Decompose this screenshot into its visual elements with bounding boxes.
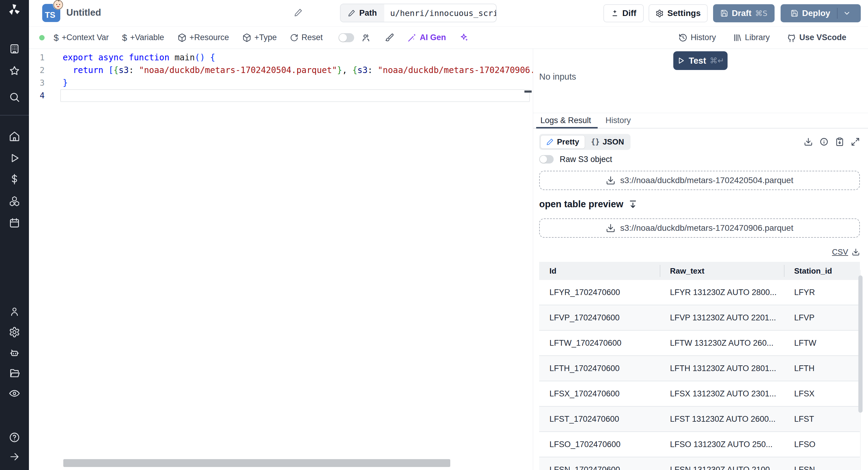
download-icon[interactable] [852, 248, 860, 256]
csv-download-link[interactable]: CSV [832, 247, 848, 257]
table-cell: LFVP [784, 313, 860, 322]
home-icon [9, 130, 20, 142]
multiplayer-users-icon[interactable] [361, 33, 371, 42]
typescript-badge-label: TS [45, 10, 56, 20]
sidebar-item-search[interactable] [8, 90, 21, 104]
ai-gen-button[interactable]: AI Gen [407, 33, 446, 42]
table-row: LFYR_1702470600LFYR 131230Z AUTO 2800...… [539, 280, 860, 305]
table-cell: LFTW 131230Z AUTO 260... [660, 339, 784, 348]
column-header-raw-text[interactable]: Raw_text [660, 266, 784, 276]
arrow-down-from-line-icon [628, 199, 638, 209]
sidebar-item-resources[interactable] [8, 195, 21, 208]
sidebar-item-help[interactable] [8, 431, 21, 444]
vscode-cat-icon [786, 33, 796, 42]
sidebar-item-audit-logs[interactable] [8, 387, 21, 400]
pretty-view-button[interactable]: Pretty [540, 135, 585, 149]
sidebar-item-variables[interactable] [8, 173, 21, 186]
star-icon [9, 65, 20, 77]
draft-button[interactable]: Draft ⌘S [713, 4, 775, 22]
result-body: Pretty {} JSON [539, 134, 860, 470]
sidebar-item-workers[interactable] [8, 346, 21, 360]
run-result-panel: Test ⌘↵ No inputs Logs & Result History … [533, 49, 868, 470]
path-label: Path [359, 8, 377, 18]
line-number: 4 [29, 89, 47, 102]
dollar-icon [9, 173, 20, 185]
sidebar-item-favorites[interactable] [8, 64, 21, 78]
gear-icon [655, 9, 664, 18]
sidebar-item-runs[interactable] [8, 151, 21, 165]
brush-icon [384, 33, 394, 42]
add-context-var-button[interactable]: $ +Context Var [54, 33, 109, 43]
add-variable-button[interactable]: $ +Variable [122, 33, 164, 43]
table-cell: LFTW_1702470600 [539, 339, 660, 348]
tab-logs-result[interactable]: Logs & Result [533, 113, 598, 128]
table-cell: LFVP 131230Z AUTO 2201... [660, 313, 784, 322]
clipboard-icon [835, 137, 844, 146]
copy-result-button[interactable] [835, 137, 844, 146]
windmill-logo[interactable] [8, 3, 21, 16]
sidebar [0, 0, 29, 470]
add-type-button[interactable]: +Type [242, 33, 277, 42]
history-button[interactable]: History [678, 33, 716, 42]
diff-button[interactable]: Diff [603, 4, 644, 22]
pen-icon [546, 138, 554, 146]
sidebar-item-home[interactable] [8, 130, 21, 143]
add-resource-button[interactable]: +Resource [178, 33, 229, 42]
json-view-button[interactable]: {} JSON [586, 136, 629, 148]
arrow-right-icon [9, 451, 20, 462]
table-cell: LFSN_1702470600 [539, 465, 660, 470]
test-button[interactable]: Test ⌘↵ [673, 51, 727, 70]
table-header: Id Raw_text Station_id [539, 262, 860, 280]
settings-button-label: Settings [667, 8, 701, 18]
table-cell: LFVP_1702470600 [539, 313, 660, 322]
table-row: LFST_1702470600LFST 131230Z AUTO 2600...… [539, 407, 860, 432]
table-cell: LFTH_1702470600 [539, 364, 660, 373]
table-row: LFSO_1702470600LFSO 131230Z AUTO 250...L… [539, 432, 860, 457]
result-table: Id Raw_text Station_id LFYR_1702470600LF… [539, 262, 860, 470]
raw-s3-toggle[interactable] [539, 155, 554, 164]
sidebar-item-schedules[interactable] [8, 216, 21, 230]
add-context-var-label: +Context Var [62, 33, 109, 42]
result-tabs: Logs & Result History [533, 113, 868, 128]
format-code-button[interactable] [384, 33, 394, 42]
path-input[interactable]: Path u/henri/innocuous_script [340, 4, 497, 22]
path-value[interactable]: u/henri/innocuous_script [384, 4, 497, 22]
result-info-button[interactable] [819, 137, 829, 146]
overview-ruler-cursor-mark [524, 90, 532, 93]
sidebar-item-workspace[interactable] [8, 42, 21, 56]
pretty-view-label: Pretty [557, 137, 579, 147]
sidebar-expand[interactable] [8, 450, 21, 463]
help-icon [9, 432, 20, 443]
s3-file-download-2[interactable]: s3://noaa/duckdb/metars-1702470906.parqu… [539, 218, 860, 238]
library-button[interactable]: Library [733, 33, 770, 42]
code-editor[interactable]: 1234 export async function main() { retu… [29, 49, 533, 470]
panel-scrollbar-thumb[interactable] [858, 275, 863, 413]
reset-button[interactable]: Reset [290, 33, 323, 42]
sidebar-item-users[interactable] [8, 305, 21, 318]
expand-result-button[interactable] [851, 137, 860, 146]
ai-sparkles-button[interactable] [459, 33, 469, 42]
download-icon [606, 176, 615, 185]
sidebar-item-settings[interactable] [8, 325, 21, 339]
deploy-button[interactable]: Deploy [781, 4, 861, 22]
column-header-station-id[interactable]: Station_id [784, 266, 860, 276]
settings-button[interactable]: Settings [649, 4, 708, 22]
multiplayer-toggle[interactable] [338, 33, 354, 42]
tab-logs-result-label: Logs & Result [540, 116, 591, 125]
deploy-split-divider [837, 8, 838, 19]
view-mode-segmented-control: Pretty {} JSON [539, 134, 630, 150]
history-icon [678, 33, 687, 42]
chevron-down-icon[interactable] [843, 9, 851, 17]
table-row: LFVP_1702470600LFVP 131230Z AUTO 2201...… [539, 305, 860, 331]
edit-title-pencil-icon[interactable] [294, 8, 303, 17]
tab-history[interactable]: History [598, 113, 638, 128]
use-vscode-button[interactable]: Use VScode [786, 33, 846, 42]
s3-file-download-1[interactable]: s3://noaa/duckdb/metars-1702420504.parqu… [539, 171, 860, 190]
code-line: export async function main() { [63, 51, 533, 64]
column-header-id[interactable]: Id [539, 266, 660, 276]
horizontal-scrollbar[interactable] [63, 459, 450, 467]
sidebar-item-folders[interactable] [8, 366, 21, 380]
download-result-button[interactable] [804, 137, 813, 146]
open-table-preview-button[interactable]: open table preview [539, 196, 860, 213]
braces-icon: {} [591, 138, 600, 146]
